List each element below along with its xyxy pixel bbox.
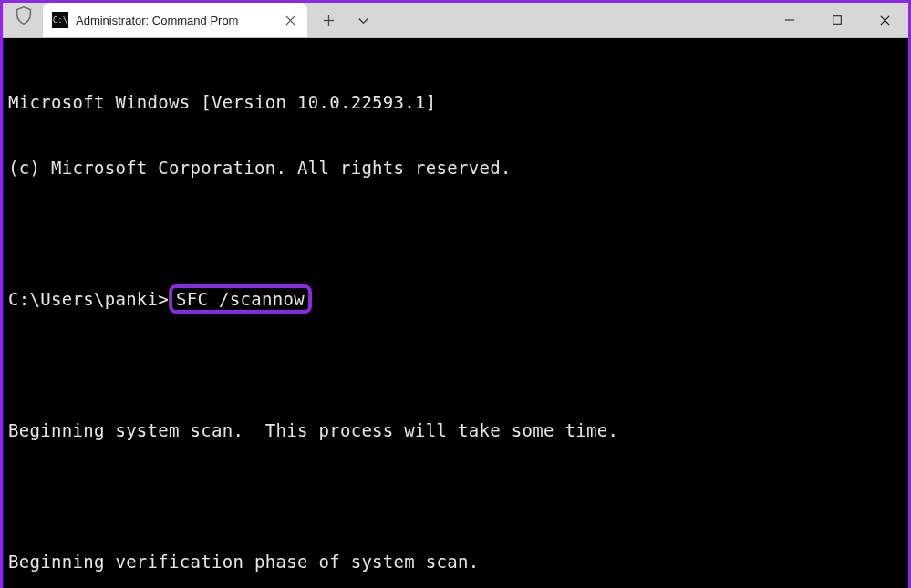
- tab-active[interactable]: C:\ Administrator: Command Prom: [43, 3, 307, 37]
- terminal-line: Beginning verification phase of system s…: [8, 551, 905, 573]
- shield-icon: [14, 5, 34, 26]
- command-highlight: SFC /scannow: [169, 284, 312, 314]
- terminal-window: C:\ Administrator: Command Prom: [3, 3, 908, 585]
- tab-dropdown-button[interactable]: [347, 6, 378, 34]
- new-tab-button[interactable]: [313, 6, 344, 34]
- close-button[interactable]: [861, 3, 908, 37]
- terminal-line: [8, 354, 905, 376]
- titlebar: C:\ Administrator: Command Prom: [3, 3, 908, 38]
- window-controls: [766, 3, 908, 37]
- cmd-favicon-icon: C:\: [52, 12, 68, 28]
- maximize-button[interactable]: [813, 3, 861, 37]
- tab-close-button[interactable]: [282, 12, 298, 28]
- titlebar-tab-actions: [313, 3, 378, 37]
- tab-title: Administrator: Command Prom: [76, 14, 274, 27]
- terminal-line: Microsoft Windows [Version 10.0.22593.1]: [8, 91, 905, 113]
- terminal-line: (c) Microsoft Corporation. All rights re…: [8, 157, 905, 179]
- terminal-line: C:\Users\panki>SFC /scannow: [8, 288, 905, 310]
- terminal-line: [8, 222, 905, 244]
- prompt-text: C:\Users\panki>: [8, 289, 169, 309]
- terminal-line: [8, 485, 905, 507]
- minimize-button[interactable]: [766, 3, 813, 37]
- terminal-output[interactable]: Microsoft Windows [Version 10.0.22593.1]…: [3, 38, 908, 588]
- terminal-line: Beginning system scan. This process will…: [8, 419, 905, 441]
- svg-rect-5: [833, 16, 842, 25]
